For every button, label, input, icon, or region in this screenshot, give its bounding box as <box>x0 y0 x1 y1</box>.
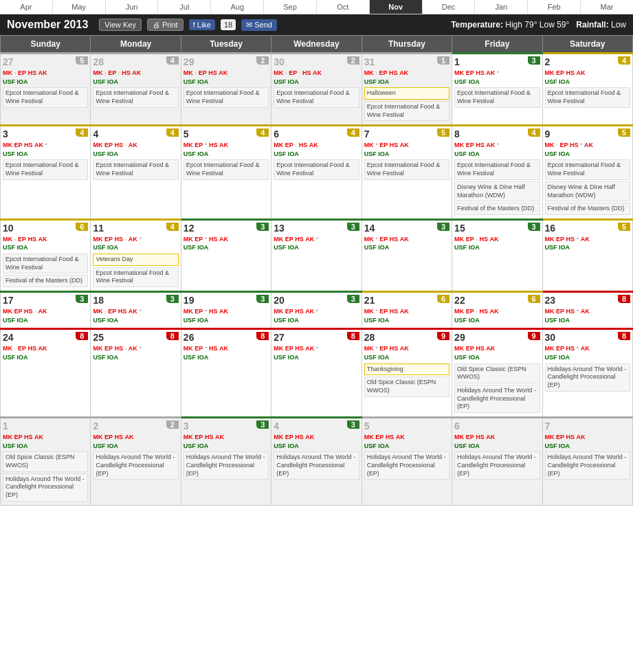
crowd-badge: 8 <box>347 332 359 340</box>
day-nov-24: 24 8 MK ◦ EP HS AK USF IOA <box>1 329 91 418</box>
day-nov-18: 18 3 MK ◦ EP HS AK * USF IOA <box>91 292 181 329</box>
crowd-badge: 3 <box>256 223 269 231</box>
week-row-2: 3 4 MK EP HS AK * USF IOA Epcot Internat… <box>1 126 633 220</box>
event-halloween: Halloween <box>364 87 449 100</box>
event-holidays: Holidays Around The World - Candlelight … <box>364 451 449 480</box>
park-codes: MK EP HS AK USF IOA <box>3 433 88 450</box>
event-holidays: Holidays Around The World - Candlelight … <box>3 473 88 502</box>
day-number: 29 <box>454 332 465 343</box>
event-holidays: Holidays Around The World - Candlelight … <box>184 451 269 480</box>
park-codes: MK EP HS AK USF IOA <box>545 433 630 450</box>
day-nov-1: 1 3 MK EP HS AK * USF IOA Epcot Internat… <box>452 54 542 126</box>
day-oct-28: 28 4 MK ◦ EP ◦ HS AK USF IOA Epcot Inter… <box>91 54 181 126</box>
crowd-badge: 2 <box>347 56 359 65</box>
nav-feb[interactable]: Feb <box>528 0 581 14</box>
nav-jul[interactable]: Jul <box>158 0 211 14</box>
col-wednesday: Wednesday <box>271 36 362 54</box>
day-nov-20: 20 3 MK EP HS AK * USF IOA <box>271 292 362 329</box>
day-nov-29: 29 9 MK EP HS AK USF IOA Old Spice Class… <box>452 329 542 418</box>
park-codes: MK * EP HS AK USF IOA <box>364 344 449 361</box>
send-button[interactable]: ✉ Send <box>241 19 277 31</box>
crowd-badge: 6 <box>528 295 540 303</box>
park-codes: MK EP ◦ HS AK USF IOA <box>274 141 359 158</box>
event-festival-masters: Festival of the Masters (DD) <box>3 275 88 287</box>
park-codes: MK EP HS * AK USF IOA <box>545 235 630 252</box>
event-holidays: Holidays Around The World - Candlelight … <box>93 451 178 480</box>
day-nov-2: 2 4 MK EP HS AK USF IOA Epcot Internatio… <box>542 54 632 126</box>
day-number: 2 <box>545 56 551 67</box>
calendar-table: Sunday Monday Tuesday Wednesday Thursday… <box>0 35 633 506</box>
day-nov-19: 19 3 MK EP * HS AK USF IOA <box>181 292 271 329</box>
day-number: 26 <box>184 332 195 343</box>
day-nov-27: 27 8 MK EP HS AK * USF IOA <box>271 329 362 418</box>
park-codes: MK EP HS AK * USF IOA <box>3 141 88 158</box>
crowd-badge: 2 <box>166 421 179 429</box>
crowd-badge: 4 <box>166 128 179 137</box>
nav-apr[interactable]: Apr <box>0 0 53 14</box>
nav-nov[interactable]: Nov <box>370 0 423 14</box>
event-veterans: Veterans Day <box>93 254 178 266</box>
park-codes: MK EP HS AK USF IOA <box>184 433 269 450</box>
park-codes: MK EP HS ◦ AK USF IOA <box>93 141 178 158</box>
nav-mar[interactable]: Mar <box>581 0 633 14</box>
crowd-badge: 8 <box>166 332 179 340</box>
crowd-badge: 3 <box>528 56 540 65</box>
month-title: November 2013 <box>7 19 88 31</box>
day-nov-21: 21 6 MK * EP HS AK USF IOA <box>362 292 452 329</box>
nav-jan[interactable]: Jan <box>475 0 528 14</box>
event-holidays: Holidays Around The World - Candlelight … <box>274 451 359 480</box>
print-button[interactable]: 🖨 Print <box>147 19 184 31</box>
event-epcot: Epcot International Food & Wine Festival <box>184 87 269 107</box>
crowd-badge: 8 <box>76 332 88 340</box>
day-dec-2: 2 2 MK EP HS AK USF IOA Holidays Around … <box>91 417 181 505</box>
park-codes: MK ◦ EP HS AK USF IOA <box>3 235 88 252</box>
day-number: 6 <box>274 128 279 139</box>
crowd-badge: 4 <box>166 56 179 65</box>
park-codes: MK EP HS AK * USF IOA <box>274 307 359 324</box>
nav-oct[interactable]: Oct <box>317 0 370 14</box>
crowd-badge: 8 <box>256 332 269 340</box>
park-codes: MK EP HS AK USF IOA <box>364 433 449 450</box>
day-number: 2 <box>93 421 98 432</box>
day-nov-30: 30 8 MK EP HS * AK USF IOA Holidays Arou… <box>542 329 632 418</box>
day-nov-23: 23 8 MK EP HS * AK USF IOA <box>542 292 632 329</box>
day-dec-4: 4 3 MK EP HS AK USF IOA Holidays Around … <box>271 417 362 505</box>
view-key-button[interactable]: View Key <box>99 19 142 31</box>
day-oct-29: 29 2 MK ◦ EP HS AK USF IOA Epcot Interna… <box>181 54 271 126</box>
park-codes: MK EP HS AK * USF IOA <box>454 69 540 86</box>
day-number: 12 <box>184 223 195 234</box>
event-epcot: Epcot International Food & Wine Festival <box>454 87 540 107</box>
day-oct-27: 27 5 MK ◦ EP HS AK USF IOA Epcot Interna… <box>1 54 91 126</box>
park-codes: MK EP * HS AK USF IOA <box>184 141 269 158</box>
park-codes: MK EP * HS AK USF IOA <box>184 235 269 252</box>
day-number: 7 <box>364 128 370 139</box>
park-codes: MK EP HS AK * USF IOA <box>274 344 359 361</box>
nav-aug[interactable]: Aug <box>211 0 264 14</box>
col-monday: Monday <box>91 36 181 54</box>
nav-jun[interactable]: Jun <box>106 0 159 14</box>
event-old-spice: Old Spice Classic (ESPN WWOS) <box>454 363 540 383</box>
fb-like-button[interactable]: f Like <box>189 19 215 30</box>
nav-dec[interactable]: Dec <box>423 0 476 14</box>
crowd-badge: 3 <box>347 421 359 429</box>
day-number: 17 <box>3 295 14 306</box>
event-epcot: Epcot International Food & Wine Festival <box>3 159 88 179</box>
nav-sep[interactable]: Sep <box>264 0 317 14</box>
crowd-badge: 5 <box>437 128 449 137</box>
col-friday: Friday <box>452 36 542 54</box>
crowd-badge: 4 <box>256 128 269 137</box>
crowd-badge: 3 <box>347 223 359 231</box>
day-number: 4 <box>93 128 98 139</box>
crowd-badge: 4 <box>166 223 179 231</box>
park-codes: MK * EP HS AK USF IOA <box>364 141 449 158</box>
day-number: 19 <box>184 295 195 306</box>
day-nov-9: 9 5 MK ◦ EP HS * AK USF IOA Epcot Intern… <box>542 126 632 220</box>
event-holidays: Holidays Around The World - Candlelight … <box>454 385 540 413</box>
day-nov-3: 3 4 MK EP HS AK * USF IOA Epcot Internat… <box>1 126 91 220</box>
day-dec-3: 3 3 MK EP HS AK USF IOA Holidays Around … <box>181 417 271 505</box>
park-codes: MK ◦ EP HS AK USF IOA <box>3 69 88 86</box>
park-codes: MK EP HS ◦ AK * USF IOA <box>93 235 178 252</box>
day-number: 27 <box>3 56 14 67</box>
nav-may[interactable]: May <box>53 0 106 14</box>
park-codes: MK EP HS AK USF IOA <box>545 69 630 86</box>
